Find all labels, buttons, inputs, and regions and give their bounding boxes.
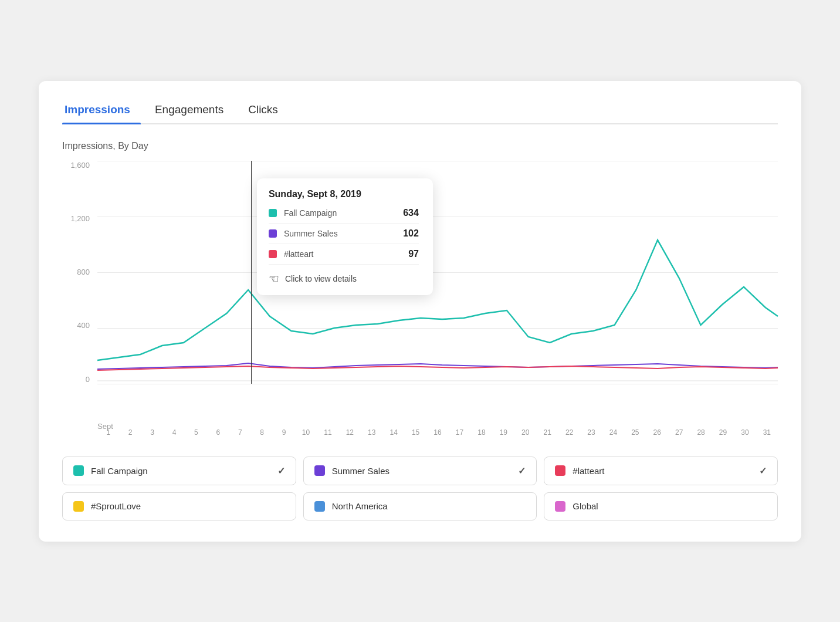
x-label-6: 6 [207, 428, 229, 437]
x-label-16: 16 [426, 428, 448, 437]
tooltip-row-summer: Summer Sales 102 [269, 228, 419, 244]
x-label-9: 9 [273, 428, 294, 437]
legend-item-northamerica[interactable]: North America [303, 492, 537, 520]
y-label-400: 400 [77, 321, 94, 330]
tooltip-row-fall: Fall Campaign 634 [269, 208, 419, 224]
tooltip-label-latteart: #latteart [284, 249, 408, 259]
legend-label-global: Global [573, 501, 767, 511]
x-label-3: 3 [141, 428, 163, 437]
x-label-18: 18 [470, 428, 492, 437]
legend-color-latteart [555, 465, 565, 476]
x-label-26: 26 [646, 428, 668, 437]
legend-item-fall[interactable]: Fall Campaign ✓ [62, 457, 296, 485]
x-label-19: 19 [493, 428, 514, 437]
tooltip-cta[interactable]: ☜ Click to view details [269, 272, 419, 286]
x-label-21: 21 [536, 428, 558, 437]
legend-item-sproutlove[interactable]: #SproutLove [62, 492, 296, 520]
x-label-4: 4 [163, 428, 185, 437]
legend-color-summer [314, 465, 325, 476]
x-label-29: 29 [712, 428, 734, 437]
tooltip-label-summer: Summer Sales [284, 229, 403, 238]
tooltip-value-fall: 634 [403, 208, 419, 218]
y-label-800: 800 [77, 268, 94, 276]
x-axis-container: 1234567891011121314151617181920212223242… [97, 428, 778, 437]
x-label-30: 30 [734, 428, 756, 437]
legend-check-fall: ✓ [277, 465, 285, 476]
chart-wrapper: 1,600 1,200 800 400 0 [62, 161, 778, 442]
tooltip-value-latteart: 97 [408, 249, 419, 259]
x-label-8: 8 [251, 428, 273, 437]
tooltip-date: Sunday, Sept 8, 2019 [269, 189, 419, 200]
grid-line-0 [97, 384, 778, 384]
x-label-31: 31 [756, 428, 778, 437]
tooltip-dot-summer [269, 229, 277, 238]
legend-check-latteart: ✓ [759, 465, 767, 476]
legend-color-fall [73, 465, 84, 476]
legend-grid: Fall Campaign ✓ Summer Sales ✓ #latteart… [62, 457, 778, 520]
chart-plot-area[interactable]: Sunday, Sept 8, 2019 Fall Campaign 634 S… [97, 161, 778, 407]
tab-clicks[interactable]: Clicks [246, 99, 289, 123]
legend-color-sproutlove [73, 501, 84, 512]
legend-label-fall: Fall Campaign [91, 466, 270, 476]
x-label-15: 15 [405, 428, 426, 437]
x-label-5: 5 [185, 428, 207, 437]
tooltip-cta-text: Click to view details [285, 274, 357, 283]
legend-label-sproutlove: #SproutLove [91, 501, 285, 511]
tooltip-label-fall: Fall Campaign [284, 208, 403, 218]
y-label-1600: 1,600 [70, 161, 94, 170]
legend-item-summer[interactable]: Summer Sales ✓ [303, 457, 537, 485]
tab-impressions[interactable]: Impressions [62, 99, 141, 123]
chart-title: Impressions, By Day [62, 141, 778, 151]
legend-check-summer: ✓ [518, 465, 526, 476]
chart-svg [97, 161, 778, 384]
main-card: Impressions Engagements Clicks Impressio… [39, 81, 801, 542]
y-label-1200: 1,200 [70, 214, 94, 223]
legend-color-global [555, 501, 565, 512]
tab-engagements[interactable]: Engagements [153, 99, 234, 123]
x-label-17: 17 [449, 428, 470, 437]
x-label-20: 20 [514, 428, 536, 437]
x-label-12: 12 [339, 428, 361, 437]
x-label-25: 25 [624, 428, 646, 437]
x-label-14: 14 [382, 428, 404, 437]
tooltip-dot-fall [269, 209, 277, 217]
y-label-0: 0 [86, 375, 94, 384]
x-label-2: 2 [119, 428, 141, 437]
x-label-11: 11 [317, 428, 338, 437]
tooltip: Sunday, Sept 8, 2019 Fall Campaign 634 S… [257, 178, 433, 295]
y-axis-labels: 1,600 1,200 800 400 0 [62, 161, 94, 384]
x-label-22: 22 [558, 428, 580, 437]
cursor-line [251, 161, 252, 384]
legend-label-summer: Summer Sales [332, 466, 512, 476]
x-labels: 1234567891011121314151617181920212223242… [97, 428, 778, 437]
x-label-13: 13 [361, 428, 382, 437]
tooltip-dot-latteart [269, 250, 277, 258]
tab-bar: Impressions Engagements Clicks [62, 99, 778, 124]
legend-label-northamerica: North America [332, 501, 526, 511]
touch-icon: ☜ [269, 272, 279, 286]
x-month-area: Sept [97, 404, 113, 431]
x-label-7: 7 [229, 428, 251, 437]
x-label-10: 10 [295, 428, 317, 437]
x-label-28: 28 [690, 428, 712, 437]
legend-item-latteart[interactable]: #latteart ✓ [544, 457, 778, 485]
x-month-label: Sept [97, 422, 113, 431]
x-label-23: 23 [580, 428, 602, 437]
x-label-24: 24 [602, 428, 624, 437]
x-label-27: 27 [668, 428, 690, 437]
legend-item-global[interactable]: Global [544, 492, 778, 520]
tooltip-row-latteart: #latteart 97 [269, 249, 419, 265]
legend-label-latteart: #latteart [573, 466, 752, 476]
tooltip-value-summer: 102 [403, 228, 419, 239]
legend-color-northamerica [314, 501, 325, 512]
